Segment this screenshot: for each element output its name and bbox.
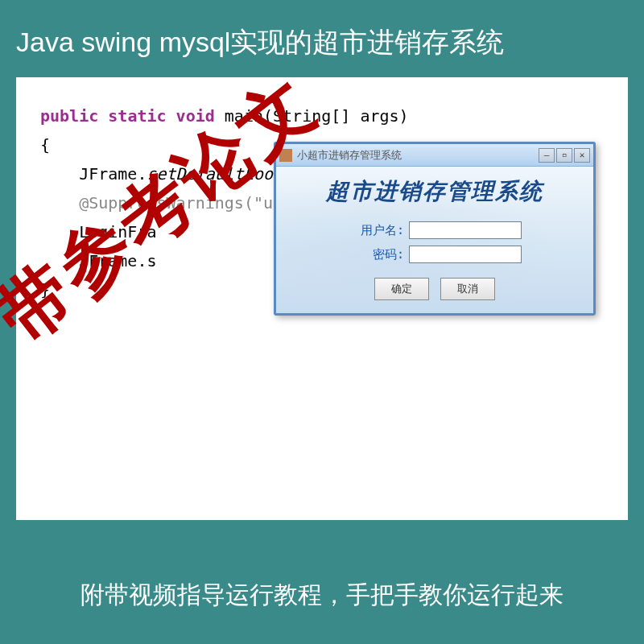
login-heading: 超市进销存管理系统 bbox=[284, 176, 585, 207]
password-label: 密码: bbox=[348, 247, 404, 262]
footer-text: 附带视频指导运行教程，手把手教你运行起来 bbox=[0, 579, 644, 612]
window-icon bbox=[279, 149, 292, 162]
cancel-button[interactable]: 取消 bbox=[440, 278, 495, 300]
close-icon[interactable]: ✕ bbox=[574, 148, 590, 163]
username-input[interactable] bbox=[409, 221, 522, 239]
username-row: 用户名: bbox=[284, 221, 585, 239]
maximize-icon[interactable]: ▫ bbox=[556, 148, 572, 163]
login-window: 小超市进销存管理系统 — ▫ ✕ 超市进销存管理系统 用户名: 密码: 确定 取… bbox=[274, 142, 596, 316]
login-body: 超市进销存管理系统 用户名: 密码: 确定 取消 bbox=[276, 167, 593, 313]
window-titlebar[interactable]: 小超市进销存管理系统 — ▫ ✕ bbox=[276, 144, 593, 167]
ok-button[interactable]: 确定 bbox=[374, 278, 429, 300]
code-line: public static void main(String[] args) bbox=[40, 101, 604, 130]
password-input[interactable] bbox=[409, 246, 522, 263]
page-title: Java swing mysql实现的超市进销存系统 bbox=[0, 0, 644, 77]
window-title: 小超市进销存管理系统 bbox=[297, 148, 539, 163]
minimize-icon[interactable]: — bbox=[539, 148, 555, 163]
password-row: 密码: bbox=[284, 246, 585, 263]
button-row: 确定 取消 bbox=[284, 278, 585, 300]
code-panel: public static void main(String[] args) {… bbox=[16, 77, 628, 520]
username-label: 用户名: bbox=[348, 223, 404, 238]
